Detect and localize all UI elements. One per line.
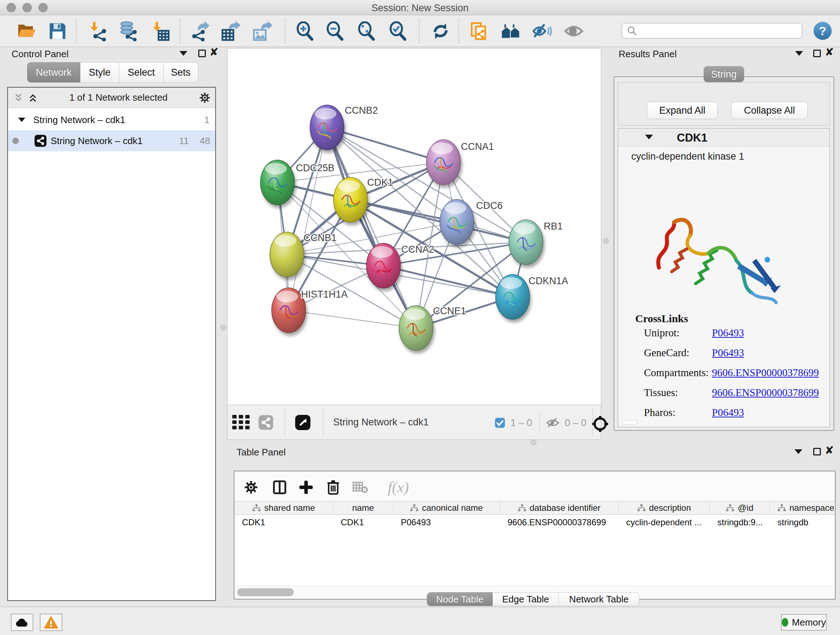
import-network-file-button[interactable] xyxy=(88,20,108,42)
export-table-button[interactable] xyxy=(220,20,240,42)
crosslink-link[interactable]: P06493 xyxy=(712,327,744,339)
warnings-button[interactable] xyxy=(40,614,62,631)
panel-float-icon[interactable] xyxy=(813,50,821,57)
column-header--id[interactable]: @id xyxy=(710,501,770,515)
import-network-database-button[interactable] xyxy=(118,20,139,42)
column-header-namespace[interactable]: namespace xyxy=(770,501,835,515)
network-view-button[interactable] xyxy=(256,412,276,433)
network-edge-CCNB2-CCNA1[interactable] xyxy=(327,127,444,162)
column-header-shared-name[interactable]: shared name xyxy=(234,501,333,515)
tab-sets[interactable]: Sets xyxy=(164,62,198,82)
column-header-database-identifier[interactable]: database identifier xyxy=(500,501,619,515)
network-node-HIST1H1A[interactable] xyxy=(272,288,306,333)
panel-float-icon[interactable] xyxy=(198,50,206,57)
network-collection-row[interactable]: String Network – cdk1 1 xyxy=(8,109,215,130)
crosslink-link[interactable]: 9606.ENSP00000378699 xyxy=(712,386,819,399)
network-node-CDC25B[interactable] xyxy=(261,160,294,205)
refresh-view-button[interactable] xyxy=(431,20,451,42)
gear-icon[interactable] xyxy=(199,92,211,104)
tab-node-table[interactable]: Node Table xyxy=(427,592,493,606)
birdseye-view-button[interactable] xyxy=(293,412,313,433)
table-cell[interactable]: 9606.ENSP00000378699 xyxy=(500,515,619,530)
new-network-from-selection-button[interactable] xyxy=(470,20,490,42)
network-edge-CCNE1-HIST1H1A[interactable] xyxy=(289,310,416,328)
bottom-splitter-handle[interactable] xyxy=(531,440,537,445)
tab-edge-table[interactable]: Edge Table xyxy=(493,592,559,606)
first-neighbors-button[interactable] xyxy=(501,20,521,42)
cloud-status-button[interactable] xyxy=(11,614,33,631)
import-table-file-button[interactable] xyxy=(150,20,171,42)
network-node-RB1[interactable] xyxy=(509,220,543,264)
crosslink-link[interactable]: P06493 xyxy=(712,407,744,418)
expand-all-button[interactable]: Expand All xyxy=(647,102,718,119)
tree-expander-icon[interactable] xyxy=(18,118,25,122)
panel-float-icon[interactable] xyxy=(813,448,821,455)
network-row-selected[interactable]: String Network – cdk1 11 48 xyxy=(8,130,215,151)
network-node-CDKN1A[interactable] xyxy=(496,274,530,319)
table-cell[interactable]: CDK1 xyxy=(333,515,393,530)
export-network-button[interactable] xyxy=(189,20,210,42)
collapse-all-button[interactable]: Collapse All xyxy=(731,102,808,119)
table-cell[interactable]: cyclin-dependent ... xyxy=(619,515,710,530)
tab-string[interactable]: String xyxy=(704,66,744,82)
network-node-CCNA1[interactable] xyxy=(426,140,461,185)
table-header-row[interactable]: shared namenamecanonical namedatabase id… xyxy=(234,501,835,515)
table-body[interactable]: CDK1CDK1P064939606.ENSP00000378699cyclin… xyxy=(234,515,835,575)
table-cell[interactable]: stringdb xyxy=(770,515,835,530)
right-splitter-handle[interactable] xyxy=(603,238,609,244)
export-image-button[interactable] xyxy=(252,20,272,42)
panel-close-icon[interactable]: ✘ xyxy=(210,49,218,56)
hide-selected-button[interactable] xyxy=(532,20,552,42)
save-session-button[interactable] xyxy=(47,20,68,42)
zoom-selected-button[interactable] xyxy=(388,20,408,42)
network-node-CCNB2[interactable] xyxy=(310,105,344,150)
entry-expander-icon[interactable] xyxy=(645,135,653,139)
network-edge-CCNB2-HIST1H1A[interactable] xyxy=(289,127,327,310)
table-settings-button[interactable] xyxy=(241,477,261,497)
node-result-header[interactable]: CDK1 xyxy=(618,128,829,147)
crosslink-link[interactable]: P06493 xyxy=(712,347,744,359)
network-node-CCNB1[interactable] xyxy=(270,232,304,277)
table-cell[interactable]: P06493 xyxy=(393,515,500,530)
show-columns-button[interactable] xyxy=(270,477,290,497)
delete-columns-button[interactable] xyxy=(323,477,343,497)
panel-menu-icon[interactable] xyxy=(794,449,802,454)
search-input[interactable] xyxy=(638,26,789,36)
network-node-CCNE1[interactable] xyxy=(399,306,433,350)
tab-select[interactable]: Select xyxy=(119,62,164,82)
network-node-CCNA2[interactable] xyxy=(366,243,401,288)
zoom-fit-button[interactable] xyxy=(356,20,377,42)
table-cell[interactable]: CDK1 xyxy=(234,515,333,530)
memory-button[interactable]: Memory xyxy=(781,614,827,631)
column-header-name[interactable]: name xyxy=(333,501,393,515)
panel-menu-icon[interactable] xyxy=(795,51,803,56)
fit-selected-button[interactable] xyxy=(590,413,610,435)
zoom-out-button[interactable] xyxy=(325,20,345,42)
table-row[interactable]: CDK1CDK1P064939606.ENSP00000378699cyclin… xyxy=(234,515,835,530)
show-all-button[interactable] xyxy=(564,20,584,42)
open-session-button[interactable] xyxy=(16,20,36,42)
results-scrollbar-thumb[interactable] xyxy=(622,420,637,424)
tab-network[interactable]: Network xyxy=(27,62,80,82)
table-cell[interactable]: stringdb:9... xyxy=(710,515,770,530)
network-canvas[interactable]: CCNB2CCNA1CDC25BCDK1CDC6RB1CCNB1CCNA2CDK… xyxy=(227,48,601,405)
expand-all-icon[interactable] xyxy=(27,92,38,103)
network-node-CDK1[interactable] xyxy=(333,177,368,222)
left-splitter-handle[interactable] xyxy=(220,325,226,331)
hidden-eye-slash-icon[interactable] xyxy=(546,417,560,429)
column-header-description[interactable]: description xyxy=(619,501,710,515)
tab-network-table[interactable]: Network Table xyxy=(559,592,639,606)
crosslink-link[interactable]: 9606.ENSP00000378699 xyxy=(712,367,819,379)
tab-style[interactable]: Style xyxy=(80,62,119,82)
create-column-button[interactable] xyxy=(296,477,316,497)
panel-close-icon[interactable]: ✘ xyxy=(825,447,834,454)
collapse-all-icon[interactable] xyxy=(13,92,24,103)
panel-close-icon[interactable]: ✘ xyxy=(825,49,834,56)
selected-checkbox-icon[interactable] xyxy=(494,417,505,428)
network-node-CDC6[interactable] xyxy=(440,200,474,244)
table-hscrollbar-thumb[interactable] xyxy=(237,588,294,596)
toolbar-search-box[interactable] xyxy=(622,23,802,39)
column-header-canonical-name[interactable]: canonical name xyxy=(393,501,500,515)
zoom-in-button[interactable] xyxy=(295,20,315,42)
panel-menu-icon[interactable] xyxy=(180,51,187,56)
